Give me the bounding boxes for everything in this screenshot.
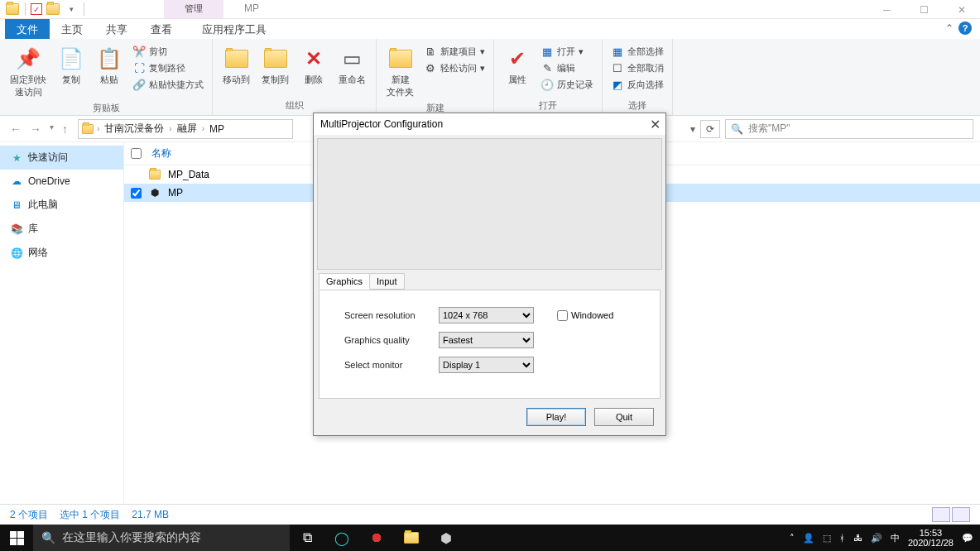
rename-icon: ▭ [339, 46, 366, 72]
nav-up-button[interactable]: ↑ [62, 122, 68, 136]
sidebar-onedrive[interactable]: ☁OneDrive [0, 170, 123, 193]
address-bar[interactable]: › 甘南沉浸备份 › 融屏 › MP [78, 119, 293, 139]
tb-explorer-icon[interactable] [394, 525, 429, 551]
nav-recent-button[interactable]: ▾ [50, 122, 54, 136]
breadcrumb-a[interactable]: 甘南沉浸备份 [103, 122, 166, 136]
breadcrumb-b[interactable]: 融屏 [175, 122, 199, 136]
tab-file[interactable]: 文件 [5, 19, 50, 39]
tray-user-icon[interactable]: 👤 [803, 533, 814, 544]
maximize-button[interactable]: ☐ [906, 0, 943, 19]
addr-dropdown-button[interactable]: ▾ [690, 123, 695, 135]
tray-clock[interactable]: 15:53 2020/12/28 [908, 528, 954, 548]
lbl-windowed: Windowed [571, 310, 613, 320]
pc-icon: 🖥 [10, 199, 23, 212]
unity-icon: ⬢ [148, 186, 161, 199]
select-monitor[interactable]: Display 1 [439, 357, 534, 373]
copy-button[interactable]: 📄 复制 [55, 44, 88, 88]
tab-apptools[interactable]: 应用程序工具 [190, 19, 278, 39]
newitem-button[interactable]: 🗎新建项目 ▾ [422, 44, 487, 59]
tb-record-icon[interactable]: ⏺ [359, 525, 394, 551]
qat-dropdown-icon[interactable]: ▾ [64, 2, 79, 17]
ribbon: 📌 固定到快 速访问 📄 复制 📋 粘贴 ✂️剪切 ⛶复制路径 🔗粘贴快捷方式 … [0, 39, 980, 116]
selectnone-icon: ☐ [611, 61, 624, 74]
tab-home[interactable]: 主页 [50, 19, 94, 39]
history-button[interactable]: 🕘历史记录 [539, 77, 595, 92]
qat-checkbox-icon[interactable]: ✓ [31, 3, 42, 15]
sidebar-quickaccess[interactable]: ★快速访问 [0, 146, 123, 170]
search-box[interactable]: 🔍 搜索"MP" [725, 119, 973, 139]
col-name[interactable]: 名称 [151, 146, 171, 161]
dialog-title: MultiProjector Configuration [320, 118, 443, 130]
moveto-button[interactable]: 移动到 [219, 44, 253, 88]
tb-edge-icon[interactable]: ◯ [324, 525, 359, 551]
group-clipboard-label: 剪贴板 [7, 100, 205, 117]
context-tab-manage[interactable]: 管理 [164, 0, 223, 18]
selectnone-button[interactable]: ☐全部取消 [609, 60, 665, 75]
lbl-resolution: Screen resolution [344, 310, 427, 320]
minimize-button[interactable]: ─ [868, 0, 906, 19]
close-button[interactable]: ✕ [943, 0, 980, 19]
newfolder-button[interactable]: 新建 文件夹 [383, 44, 417, 100]
open-icon: ▦ [540, 45, 554, 58]
tab-view[interactable]: 查看 [139, 19, 184, 39]
copypath-button[interactable]: ⛶复制路径 [131, 60, 205, 75]
edit-button[interactable]: ✎编辑 [539, 60, 595, 75]
dialog-close-button[interactable]: ✕ [650, 117, 661, 132]
help-icon[interactable]: ? [958, 22, 972, 35]
easyaccess-button[interactable]: ⚙轻松访问 ▾ [422, 60, 487, 75]
refresh-button[interactable]: ⟳ [700, 120, 720, 138]
tb-unity-icon[interactable]: ⬢ [429, 525, 464, 551]
sidebar-libraries[interactable]: 📚库 [0, 217, 123, 241]
paste-button[interactable]: 📋 粘贴 [93, 44, 126, 88]
row-checkbox[interactable] [131, 188, 142, 199]
delete-button[interactable]: ✕删除 [297, 44, 330, 88]
taskview-button[interactable]: ⧉ [290, 525, 324, 551]
delete-icon: ✕ [300, 46, 327, 72]
play-button[interactable]: Play! [526, 408, 586, 426]
status-count: 2 个项目 [10, 508, 48, 522]
pin-icon: 📌 [15, 46, 41, 72]
view-details-button[interactable] [932, 507, 950, 522]
config-dialog: MultiProjector Configuration ✕ Graphics … [313, 113, 666, 436]
properties-button[interactable]: ✔属性 [501, 44, 534, 88]
ribbon-collapse-icon[interactable]: ⌃ [945, 22, 954, 34]
nav-back-button[interactable]: ← [10, 122, 22, 136]
tab-share[interactable]: 共享 [94, 19, 139, 39]
tray-notifications-icon[interactable]: 💬 [962, 533, 973, 544]
select-resolution[interactable]: 1024 x 768 [439, 307, 534, 323]
start-button[interactable] [0, 525, 33, 551]
properties-icon: ✔ [504, 46, 531, 72]
rename-button[interactable]: ▭重命名 [335, 44, 369, 88]
sidebar-network[interactable]: 🌐网络 [0, 241, 123, 265]
tray-app-icon[interactable]: ⬚ [823, 533, 831, 544]
taskbar-search[interactable]: 🔍 在这里输入你要搜索的内容 [33, 525, 290, 551]
nav-forward-button[interactable]: → [30, 122, 41, 136]
status-bar: 2 个项目 选中 1 个项目 21.7 MB [0, 504, 980, 525]
status-selected: 选中 1 个项目 [60, 508, 120, 522]
tray-bluetooth-icon[interactable]: ᚼ [839, 533, 845, 543]
dialog-titlebar[interactable]: MultiProjector Configuration ✕ [314, 113, 665, 135]
edit-icon: ✎ [540, 61, 554, 74]
view-large-button[interactable] [952, 507, 970, 522]
select-all-checkbox[interactable] [131, 148, 142, 159]
dialog-tab-graphics[interactable]: Graphics [319, 273, 370, 290]
sidebar-thispc[interactable]: 🖥此电脑 [0, 193, 123, 217]
cut-button[interactable]: ✂️剪切 [131, 44, 205, 59]
open-button[interactable]: ▦打开 ▾ [539, 44, 595, 59]
invert-button[interactable]: ◩反向选择 [609, 77, 665, 92]
breadcrumb-c[interactable]: MP [208, 123, 226, 135]
copyto-button[interactable]: 复制到 [258, 44, 292, 88]
pin-quickaccess-button[interactable]: 📌 固定到快 速访问 [7, 44, 50, 100]
tray-chevron-icon[interactable]: ˄ [790, 533, 795, 544]
pasteshortcut-button[interactable]: 🔗粘贴快捷方式 [131, 77, 205, 92]
checkbox-windowed[interactable] [557, 310, 568, 321]
select-quality[interactable]: Fastest [439, 332, 534, 348]
dialog-tab-input[interactable]: Input [369, 273, 404, 290]
network-icon: 🌐 [10, 247, 23, 260]
tray-network-icon[interactable]: 🖧 [853, 533, 862, 543]
qat-folder-icon-2 [46, 2, 60, 17]
quit-button[interactable]: Quit [594, 408, 654, 426]
selectall-button[interactable]: ▦全部选择 [609, 44, 665, 59]
tray-ime[interactable]: 中 [891, 532, 900, 544]
tray-volume-icon[interactable]: 🔊 [871, 533, 882, 544]
